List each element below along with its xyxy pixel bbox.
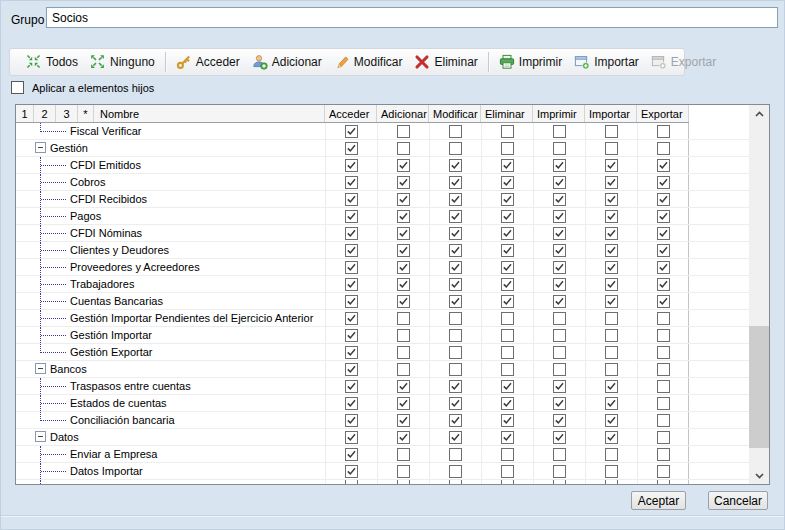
checkbox-checked[interactable] [397, 176, 410, 189]
table-row[interactable]: Gestión Importar Pendientes del Ejercici… [16, 310, 749, 327]
checkbox-checked[interactable] [605, 414, 618, 427]
checkbox-checked[interactable] [657, 244, 670, 257]
checkbox-checked[interactable] [345, 312, 358, 325]
checkbox-checked[interactable] [605, 278, 618, 291]
checkbox-unchecked[interactable] [657, 312, 670, 325]
table-row[interactable] [16, 480, 749, 484]
checkbox-unchecked[interactable] [449, 346, 462, 359]
checkbox-unchecked[interactable] [449, 480, 462, 484]
table-row[interactable]: CFDI Nóminas [16, 225, 749, 242]
checkbox-checked[interactable] [501, 159, 514, 172]
checkbox-checked[interactable] [449, 193, 462, 206]
checkbox-unchecked[interactable] [501, 142, 514, 155]
vertical-scrollbar[interactable] [749, 105, 769, 484]
column-header-level-2[interactable]: 2 [34, 105, 56, 122]
checkbox-checked[interactable] [501, 227, 514, 240]
checkbox-checked[interactable] [345, 431, 358, 444]
table-row[interactable]: Datos [16, 429, 749, 446]
checkbox-unchecked[interactable] [657, 414, 670, 427]
checkbox-checked[interactable] [397, 261, 410, 274]
checkbox-checked[interactable] [657, 176, 670, 189]
checkbox-unchecked[interactable] [605, 142, 618, 155]
checkbox-unchecked[interactable] [397, 480, 410, 484]
column-header-level-3[interactable]: 3 [56, 105, 78, 122]
checkbox-unchecked[interactable] [501, 346, 514, 359]
checkbox-checked[interactable] [605, 261, 618, 274]
checkbox-unchecked[interactable] [657, 480, 670, 484]
checkbox-checked[interactable] [345, 176, 358, 189]
scroll-up-button[interactable] [749, 105, 769, 122]
checkbox-checked[interactable] [501, 261, 514, 274]
checkbox-unchecked[interactable] [397, 465, 410, 478]
checkbox-checked[interactable] [397, 431, 410, 444]
table-row[interactable]: Cuentas Bancarias [16, 293, 749, 310]
checkbox-checked[interactable] [657, 159, 670, 172]
checkbox-checked[interactable] [605, 380, 618, 393]
adicionar-button[interactable]: Adicionar [246, 51, 328, 73]
checkbox-unchecked[interactable] [657, 346, 670, 359]
table-row[interactable]: Proveedores y Acreedores [16, 259, 749, 276]
column-header-modificar[interactable]: Modificar [429, 105, 481, 122]
column-header-level-1[interactable]: 1 [16, 105, 34, 122]
checkbox-checked[interactable] [397, 159, 410, 172]
checkbox-checked[interactable] [501, 210, 514, 223]
checkbox-checked[interactable] [553, 210, 566, 223]
checkbox-unchecked[interactable] [553, 465, 566, 478]
checkbox-unchecked[interactable] [501, 480, 514, 484]
checkbox-checked[interactable] [553, 261, 566, 274]
checkbox-checked[interactable] [345, 363, 358, 376]
table-row[interactable]: Datos Importar [16, 463, 749, 480]
checkbox-checked[interactable] [657, 278, 670, 291]
checkbox-checked[interactable] [345, 193, 358, 206]
checkbox-unchecked[interactable] [397, 448, 410, 461]
checkbox-checked[interactable] [605, 227, 618, 240]
table-row[interactable]: CFDI Emitidos [16, 157, 749, 174]
checkbox-checked[interactable] [345, 380, 358, 393]
checkbox-checked[interactable] [345, 448, 358, 461]
checkbox-checked[interactable] [449, 261, 462, 274]
checkbox-checked[interactable] [397, 244, 410, 257]
checkbox-unchecked[interactable] [449, 142, 462, 155]
checkbox-checked[interactable] [449, 176, 462, 189]
checkbox-checked[interactable] [553, 244, 566, 257]
checkbox-checked[interactable] [449, 431, 462, 444]
checkbox-checked[interactable] [657, 227, 670, 240]
table-row[interactable]: Pagos [16, 208, 749, 225]
checkbox-checked[interactable] [345, 227, 358, 240]
scroll-thumb[interactable] [749, 326, 769, 448]
checkbox-checked[interactable] [345, 159, 358, 172]
checkbox-checked[interactable] [345, 329, 358, 342]
column-header-importar[interactable]: Importar [585, 105, 637, 122]
checkbox-checked[interactable] [345, 414, 358, 427]
checkbox-unchecked[interactable] [553, 346, 566, 359]
checkbox-unchecked[interactable] [657, 363, 670, 376]
checkbox-checked[interactable] [501, 431, 514, 444]
checkbox-checked[interactable] [605, 210, 618, 223]
checkbox-checked[interactable] [605, 159, 618, 172]
checkbox-checked[interactable] [449, 295, 462, 308]
checkbox-checked[interactable] [501, 176, 514, 189]
table-row[interactable]: Clientes y Deudores [16, 242, 749, 259]
checkbox-checked[interactable] [397, 193, 410, 206]
checkbox-unchecked[interactable] [501, 125, 514, 138]
checkbox-unchecked[interactable] [553, 312, 566, 325]
table-row[interactable]: Gestión [16, 140, 749, 157]
checkbox-unchecked[interactable] [553, 480, 566, 484]
checkbox-unchecked[interactable] [553, 142, 566, 155]
checkbox-unchecked[interactable] [657, 397, 670, 410]
checkbox-checked[interactable] [345, 210, 358, 223]
checkbox-checked[interactable] [397, 295, 410, 308]
checkbox-checked[interactable] [553, 176, 566, 189]
todos-button[interactable]: Todos [20, 51, 84, 73]
accept-button[interactable]: Aceptar [631, 491, 686, 510]
checkbox-checked[interactable] [345, 346, 358, 359]
collapse-toggle-icon[interactable] [35, 142, 46, 153]
column-header-exportar[interactable]: Exportar [637, 105, 689, 122]
checkbox-checked[interactable] [605, 193, 618, 206]
table-row[interactable]: Cobros [16, 174, 749, 191]
checkbox-checked[interactable] [449, 414, 462, 427]
checkbox-checked[interactable] [553, 227, 566, 240]
checkbox-checked[interactable] [553, 193, 566, 206]
checkbox-unchecked[interactable] [657, 465, 670, 478]
checkbox-unchecked[interactable] [553, 448, 566, 461]
